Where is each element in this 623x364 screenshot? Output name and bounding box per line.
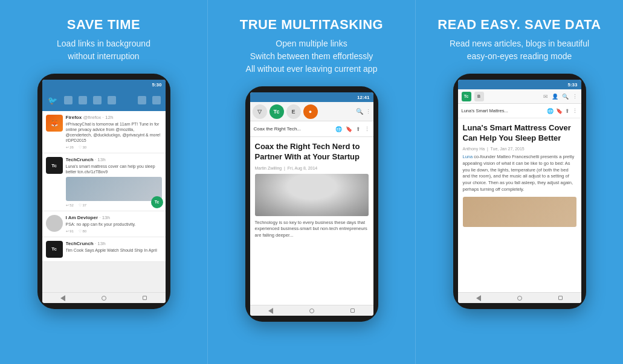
twitter-search-icon — [138, 96, 146, 104]
tweet-content-4: TechCrunch · 13h Tim Cook Says Apple Wat… — [66, 241, 162, 258]
share-icon[interactable]: ⬆ — [356, 126, 361, 132]
tweet-text-1: #PrivacyChat is tomorrow at 11am PT! Tun… — [66, 121, 162, 143]
panel-1-subtitle: Load links in background without interru… — [57, 37, 150, 63]
reading-icon-person: 👤 — [552, 94, 558, 100]
article-toolbar: Coax the Right Tech... 🌐 🔖 ⬆ ⋮ — [250, 121, 373, 137]
back-button[interactable] — [59, 295, 66, 301]
tweet-image — [66, 177, 162, 201]
tweet-avatar-tc-1: Tc — [46, 157, 63, 174]
tweet-avatar-tc-2: Tc — [46, 241, 63, 258]
tweet-content-2: TechCrunch · 13h Luna's smart mattress c… — [66, 157, 162, 206]
phone-2-nav — [250, 305, 373, 316]
tab-tc[interactable]: Tc — [270, 104, 284, 119]
twitter-nav-icon-3 — [93, 96, 102, 104]
article-tab-title: Coax the Right Tech... — [254, 126, 332, 132]
tweet-actions-3: ↩ 91 ♡ 80 — [66, 229, 162, 233]
reading-link: Luna — [463, 154, 473, 159]
panel-2-title: TRUE MULTITASKING — [240, 17, 383, 33]
tab-funnel[interactable]: ▽ — [253, 104, 267, 119]
reading-heading: Luna's Smart Mattress Cover Can Help You… — [463, 123, 576, 144]
recent-button-2[interactable] — [349, 308, 357, 314]
bookmark-icon[interactable]: 🔖 — [346, 126, 352, 132]
twitter-nav-icon-1 — [64, 96, 73, 104]
reading-toolbar: Tc B ✉ 👤 🔍 ⋮ — [458, 89, 581, 104]
tweet-actions-2: ↩ 52 ♡ 37 — [66, 203, 162, 207]
home-button[interactable] — [100, 295, 108, 301]
reading-icon-mail: ✉ — [543, 94, 548, 100]
more-article-icon[interactable]: ⋮ — [364, 126, 370, 132]
reading-article-more-icon[interactable]: ⋮ — [572, 108, 578, 114]
tweet-name-4: TechCrunch · 13h — [66, 241, 162, 246]
reading-article-title: Luna's Smart Mattres... — [462, 108, 544, 113]
panel-read-easy: READ EASY. SAVE DATA Read news articles,… — [415, 0, 623, 364]
twitter-toolbar: 🐦 — [42, 89, 166, 111]
tweet-item: 🦊 Firefox @firefox · 12h #PrivacyChat is… — [42, 111, 166, 153]
phone-1: 5:30 🐦 🦊 Firef — [37, 74, 170, 309]
phone-1-nav — [42, 292, 166, 303]
reading-globe-icon[interactable]: 🌐 — [547, 108, 554, 114]
tab-orange[interactable]: ● — [303, 104, 318, 119]
reading-tc-icon[interactable]: Tc — [462, 92, 471, 101]
tweet-item: Tc TechCrunch · 13h Luna's smart mattres… — [42, 153, 166, 211]
tweet-name-2: TechCrunch · 13h — [66, 157, 162, 162]
panel-2-subtitle: Open multiple links Switch between them … — [246, 37, 378, 75]
status-time-1: 5:30 — [152, 82, 161, 88]
reading-bookmark-icon[interactable]: 🔖 — [556, 108, 563, 114]
phone-3: 5:33 Tc B ✉ 👤 🔍 ⋮ Luna's Smart Mattres..… — [453, 74, 586, 309]
panel-3-title: READ EASY. SAVE DATA — [437, 17, 601, 33]
tweet-content-1: Firefox @firefox · 12h #PrivacyChat is t… — [66, 115, 162, 149]
home-button-3[interactable] — [516, 295, 523, 301]
twitter-bird-icon: 🐦 — [47, 95, 58, 106]
tab-e[interactable]: E — [286, 104, 301, 119]
twitter-nav-icon-2 — [79, 96, 87, 104]
status-bar-2: 12:41 — [250, 92, 373, 102]
reading-b-icon[interactable]: B — [474, 92, 484, 101]
reading-search-icon[interactable]: 🔍 — [562, 94, 569, 100]
panel-save-time: SAVE TIME Load links in background witho… — [0, 0, 207, 364]
tweet-actions-1: ↩ 26 ♡ 30 — [66, 145, 162, 149]
tweet-text-2: Luna's smart mattress cover can help you… — [66, 164, 162, 174]
phone-2: 12:41 ▽ Tc E ● 🔍 ⋮ Coax the Right Tech..… — [245, 86, 378, 322]
recent-button[interactable] — [141, 295, 149, 301]
status-time-2: 12:41 — [357, 95, 369, 100]
reading-content: Luna's Smart Mattress Cover Can Help You… — [458, 118, 581, 292]
tweet-text-4: Tim Cook Says Apple Watch Should Ship In… — [66, 247, 162, 253]
tabs-bar: ▽ Tc E ● 🔍 ⋮ — [250, 102, 373, 121]
home-button-2[interactable] — [308, 308, 315, 314]
reading-more-icon[interactable]: ⋮ — [572, 94, 578, 100]
reading-meta: Anthony Ha | Tue, Jan 27, 2015 — [463, 147, 576, 151]
tweet-item: I Am Devloper · 13h PSA: no app can fix … — [42, 211, 166, 237]
tweet-name-3: I Am Devloper · 13h — [66, 215, 162, 220]
twitter-more-icon — [152, 96, 161, 104]
tweet-item: Tc TechCrunch · 13h Tim Cook Says Apple … — [42, 237, 166, 262]
status-bar-1: 5:30 — [42, 80, 166, 89]
article-body: Technology is so key to every business t… — [255, 220, 369, 239]
phone-3-nav — [458, 292, 581, 303]
reading-share-icon[interactable]: ⬆ — [565, 108, 570, 114]
twitter-nav-icon-4 — [108, 96, 116, 104]
panel-multitasking: TRUE MULTITASKING Open multiple links Sw… — [207, 0, 415, 364]
article-heading: Coax the Right Tech Nerd to Partner With… — [255, 142, 369, 162]
panel-3-subtitle: Read news articles, blogs in beautiful e… — [450, 37, 589, 63]
back-button-3[interactable] — [475, 295, 482, 301]
recent-button-3[interactable] — [557, 295, 564, 301]
tc-badge: Tc — [151, 196, 163, 208]
globe-icon[interactable]: 🌐 — [335, 126, 342, 132]
tweet-avatar-person — [46, 215, 63, 232]
article-content: Coax the Right Tech Nerd to Partner With… — [250, 137, 373, 305]
reading-article-toolbar: Luna's Smart Mattres... 🌐 🔖 ⬆ ⋮ — [458, 104, 581, 118]
phone-3-screen: 5:33 Tc B ✉ 👤 🔍 ⋮ Luna's Smart Mattres..… — [458, 80, 581, 303]
reading-body: Luna co-founder Matteo Franceschetti pre… — [463, 154, 576, 193]
tweet-avatar-firefox: 🦊 — [46, 115, 63, 132]
article-image — [255, 174, 369, 216]
reading-image — [463, 197, 576, 227]
status-time-3: 5:33 — [567, 82, 577, 88]
phone-2-screen: 12:41 ▽ Tc E ● 🔍 ⋮ Coax the Right Tech..… — [250, 92, 373, 316]
tweet-list: 🦊 Firefox @firefox · 12h #PrivacyChat is… — [42, 111, 166, 292]
back-button-2[interactable] — [267, 308, 274, 314]
tweet-name-1: Firefox @firefox · 12h — [66, 115, 162, 120]
more-icon-2[interactable]: ⋮ — [366, 109, 371, 115]
search-icon-2[interactable]: 🔍 — [356, 108, 363, 115]
panel-1-title: SAVE TIME — [67, 17, 140, 33]
status-bar-3: 5:33 — [458, 80, 581, 89]
